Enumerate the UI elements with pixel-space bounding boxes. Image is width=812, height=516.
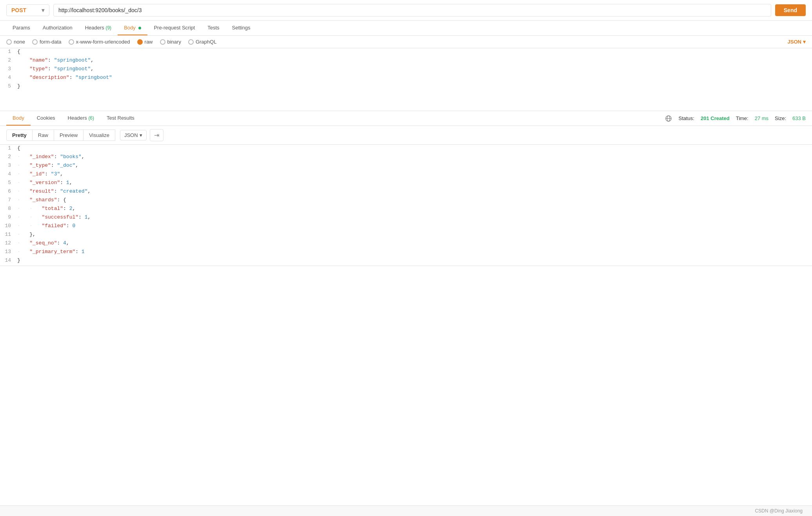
tab-settings[interactable]: Settings bbox=[226, 21, 257, 35]
line-content: · "result": "created", bbox=[17, 188, 812, 194]
line-number: 1 bbox=[0, 145, 17, 151]
request-body-editor[interactable]: 1{2 "name": "springboot",3 "type": "spri… bbox=[0, 48, 812, 111]
line-content: { bbox=[17, 49, 812, 55]
line-content: { bbox=[17, 145, 812, 151]
line-content: · · "failed": 0 bbox=[17, 223, 812, 229]
body-type-none[interactable]: none bbox=[6, 39, 25, 45]
line-content: · "_version": 1, bbox=[17, 180, 812, 186]
response-tab-body[interactable]: Body bbox=[6, 111, 31, 126]
code-line: 6· "result": "created", bbox=[0, 188, 812, 197]
radio-none-icon bbox=[6, 39, 12, 45]
view-toolbar: Pretty Raw Preview Visualize JSON ▾ ⇥ bbox=[0, 126, 812, 145]
view-preview-button[interactable]: Preview bbox=[54, 129, 84, 141]
body-type-binary[interactable]: binary bbox=[160, 39, 181, 45]
code-line: 4· "_id": "3", bbox=[0, 171, 812, 179]
line-number: 11 bbox=[0, 232, 17, 237]
radio-raw-icon bbox=[137, 39, 143, 45]
body-dot-icon bbox=[138, 27, 141, 29]
body-type-graphql[interactable]: GraphQL bbox=[188, 39, 216, 45]
view-pretty-button[interactable]: Pretty bbox=[6, 129, 33, 141]
code-line: 3 "type": "springboot", bbox=[0, 66, 812, 74]
response-section: Body Cookies Headers (6) Test Results St… bbox=[0, 111, 812, 266]
response-body-editor: 1{2· "_index": "books",3· "_type": "_doc… bbox=[0, 145, 812, 266]
request-tabs-bar: Params Authorization Headers (9) Body Pr… bbox=[0, 21, 812, 36]
response-headers-badge: (6) bbox=[88, 115, 94, 121]
response-status-bar: Status: 201 Created Time: 27 ms Size: 63… bbox=[665, 115, 806, 122]
code-line: 11· }, bbox=[0, 231, 812, 240]
code-line: 2· "_index": "books", bbox=[0, 153, 812, 162]
line-number: 3 bbox=[0, 162, 17, 168]
tab-params[interactable]: Params bbox=[6, 21, 36, 35]
method-dropdown[interactable]: POST ▾ bbox=[6, 4, 49, 16]
size-value: 633 B bbox=[792, 115, 806, 121]
radio-graphql-icon bbox=[188, 39, 194, 45]
line-content: } bbox=[17, 83, 812, 89]
size-label: Size: bbox=[775, 115, 786, 121]
method-label: POST bbox=[11, 7, 26, 13]
line-number: 9 bbox=[0, 214, 17, 220]
line-number: 7 bbox=[0, 197, 17, 203]
time-label: Time: bbox=[736, 115, 748, 121]
line-number: 3 bbox=[0, 66, 17, 72]
code-line: 4 "description": "springboot" bbox=[0, 74, 812, 83]
radio-urlencoded-icon bbox=[69, 39, 74, 45]
response-tab-cookies[interactable]: Cookies bbox=[31, 111, 62, 126]
tab-headers[interactable]: Headers (9) bbox=[79, 21, 118, 35]
code-line: 12· "_seq_no": 4, bbox=[0, 240, 812, 248]
code-line: 1{ bbox=[0, 145, 812, 153]
line-content: · · "total": 2, bbox=[17, 206, 812, 212]
line-content: · "_shards": { bbox=[17, 197, 812, 203]
body-type-raw[interactable]: raw bbox=[137, 39, 153, 45]
line-content: } bbox=[17, 257, 812, 263]
format-chevron-icon: ▾ bbox=[140, 132, 142, 138]
code-line: 14} bbox=[0, 257, 812, 266]
response-format-selector[interactable]: JSON ▾ bbox=[120, 130, 147, 140]
code-line: 8· · "total": 2, bbox=[0, 205, 812, 214]
line-number: 4 bbox=[0, 75, 17, 80]
time-value: 27 ms bbox=[755, 115, 768, 121]
line-content: "name": "springboot", bbox=[17, 57, 812, 63]
tab-tests[interactable]: Tests bbox=[201, 21, 225, 35]
body-type-urlencoded[interactable]: x-www-form-urlencoded bbox=[69, 39, 130, 45]
line-number: 13 bbox=[0, 249, 17, 255]
wrap-button[interactable]: ⇥ bbox=[150, 129, 163, 141]
url-input[interactable] bbox=[53, 4, 771, 16]
json-chevron-icon: ▾ bbox=[803, 39, 806, 45]
line-number: 8 bbox=[0, 206, 17, 212]
send-button[interactable]: Send bbox=[775, 4, 806, 16]
radio-form-data-icon bbox=[32, 39, 38, 45]
line-number: 2 bbox=[0, 154, 17, 160]
code-line: 5· "_version": 1, bbox=[0, 179, 812, 188]
code-line: 5} bbox=[0, 83, 812, 91]
response-tab-headers[interactable]: Headers (6) bbox=[62, 111, 100, 126]
line-number: 12 bbox=[0, 240, 17, 246]
body-type-bar: none form-data x-www-form-urlencoded raw… bbox=[0, 36, 812, 48]
code-line: 13· "_primary_term": 1 bbox=[0, 248, 812, 257]
line-content: · "_index": "books", bbox=[17, 154, 812, 160]
tab-pre-request[interactable]: Pre-request Script bbox=[147, 21, 201, 35]
line-content: · · "successful": 1, bbox=[17, 214, 812, 220]
line-content: · "_seq_no": 4, bbox=[17, 240, 812, 246]
tab-authorization[interactable]: Authorization bbox=[36, 21, 79, 35]
top-bar: POST ▾ Send bbox=[0, 0, 812, 21]
line-content: · }, bbox=[17, 232, 812, 237]
body-type-form-data[interactable]: form-data bbox=[32, 39, 62, 45]
line-content: "type": "springboot", bbox=[17, 66, 812, 72]
headers-badge: (9) bbox=[105, 25, 111, 31]
tab-body[interactable]: Body bbox=[118, 21, 147, 35]
line-number: 14 bbox=[0, 257, 17, 263]
view-raw-button[interactable]: Raw bbox=[33, 129, 54, 141]
json-format-selector[interactable]: JSON ▾ bbox=[788, 39, 806, 45]
line-content: · "_primary_term": 1 bbox=[17, 249, 812, 255]
code-line: 10· · "failed": 0 bbox=[0, 222, 812, 231]
line-number: 2 bbox=[0, 57, 17, 63]
response-tabs-bar: Body Cookies Headers (6) Test Results St… bbox=[0, 111, 812, 126]
line-number: 5 bbox=[0, 83, 17, 89]
line-content: "description": "springboot" bbox=[17, 75, 812, 80]
line-content: · "_id": "3", bbox=[17, 171, 812, 177]
method-chevron-icon: ▾ bbox=[42, 7, 44, 13]
view-visualize-button[interactable]: Visualize bbox=[84, 129, 115, 141]
line-number: 1 bbox=[0, 49, 17, 55]
line-number: 5 bbox=[0, 180, 17, 186]
response-tab-test-results[interactable]: Test Results bbox=[100, 111, 141, 126]
